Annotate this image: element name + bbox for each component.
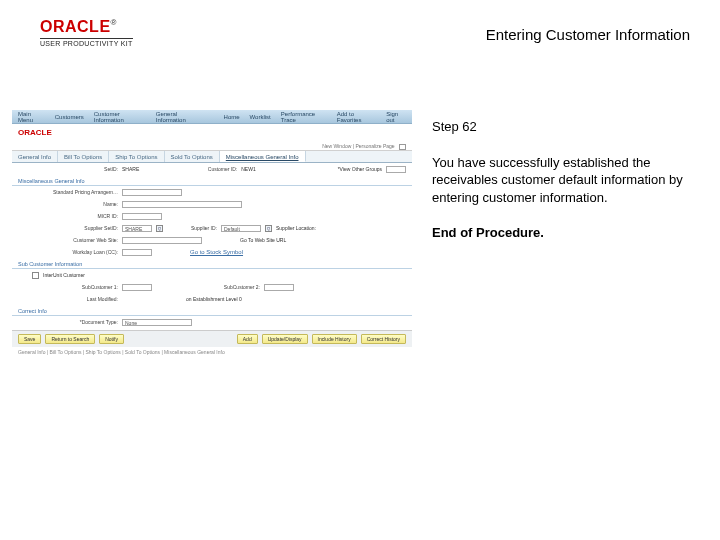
- tab: Ship To Options: [109, 151, 164, 162]
- lbl-name: Name:: [18, 201, 118, 207]
- checkbox-icon: [32, 272, 39, 279]
- tab: Bill To Options: [58, 151, 109, 162]
- toplink: Sign out: [386, 111, 406, 123]
- tab: Sold To Options: [165, 151, 220, 162]
- inp-viewother: [386, 166, 406, 173]
- toplink: Add to Favorites: [337, 111, 376, 123]
- personalize-link: Personalize Page: [355, 143, 394, 149]
- btn-update: Update/Display: [262, 334, 308, 344]
- btn-add: Add: [237, 334, 258, 344]
- lbl-estlevel: on Establishment Level 0: [186, 296, 242, 302]
- new-window-link: New Window: [322, 143, 351, 149]
- inp-pricing: [122, 189, 182, 196]
- help-icon: [399, 144, 406, 150]
- instruction-panel: Step 62 You have successfully establishe…: [432, 110, 700, 370]
- lbl-setid: SetID:: [18, 166, 118, 172]
- lookup-icon: Q: [156, 225, 163, 232]
- lbl-sub2: SubCustomer 2:: [200, 284, 260, 290]
- inp-sub2: [264, 284, 294, 291]
- inp-micr: [122, 213, 162, 220]
- tm-symbol: ®: [111, 18, 117, 27]
- lbl-supid: Supplier ID:: [167, 225, 217, 231]
- inp-name: [122, 201, 242, 208]
- shot-userline: New Window | Personalize Page: [12, 141, 412, 151]
- toplink: Worklist: [250, 114, 271, 120]
- inp-website: [122, 237, 202, 244]
- section-subcust: Sub Customer Information: [12, 260, 412, 269]
- btn-correct: Correct History: [361, 334, 406, 344]
- lbl-gotourl: Go To Web Site URL: [240, 237, 286, 243]
- lbl-pricing: Standard Pricing Arrangem…: [18, 189, 118, 195]
- app-screenshot: Main Menu Customers Customer Information…: [12, 110, 412, 370]
- subbrand: USER PRODUCTIVITY KIT: [40, 38, 133, 47]
- lbl-micr: MICR ID:: [18, 213, 118, 219]
- crumb: Customer Information: [94, 111, 146, 123]
- lbl-lastmod: Last Modified:: [18, 296, 118, 302]
- step-label: Step 62: [432, 118, 700, 136]
- inp-supsetid: SHARE: [122, 225, 152, 232]
- crumb: Customers: [55, 114, 84, 120]
- btn-save: Save: [18, 334, 41, 344]
- crumb: Main Menu: [18, 111, 45, 123]
- section-correct: Correct Info: [12, 307, 412, 316]
- crumb: General Information: [156, 111, 204, 123]
- shot-tabs: General Info Bill To Options Ship To Opt…: [12, 151, 412, 163]
- shot-footer-links: General Info | Bill To Options | Ship To…: [12, 347, 412, 357]
- step-body: You have successfully established the re…: [432, 154, 700, 207]
- sel-doctype: None: [122, 319, 192, 326]
- btn-include: Include History: [312, 334, 357, 344]
- page-title: Entering Customer Information: [486, 26, 690, 43]
- lbl-website: Customer Web Site:: [18, 237, 118, 243]
- section-misc: Miscellaneous General Info: [12, 177, 412, 186]
- shot-button-bar: Save Return to Search Notify Add Update/…: [12, 330, 412, 347]
- link-stocksymbol: Go to Stock Symbol: [190, 249, 243, 255]
- lbl-workday: Workday Loan (CC):: [18, 249, 118, 255]
- lookup-icon: Q: [265, 225, 272, 232]
- tab: General Info: [12, 151, 58, 162]
- oracle-logo: ORACLE: [40, 18, 111, 35]
- shot-breadcrumb-bar: Main Menu Customers Customer Information…: [12, 110, 412, 124]
- lbl-supsetid: Supplier SetID:: [18, 225, 118, 231]
- shot-oracle-logo: ORACLE: [12, 124, 412, 141]
- lbl-suploc: Supplier Location:: [276, 225, 316, 231]
- inp-workday: [122, 249, 152, 256]
- lbl-sub1: SubCustomer 1:: [18, 284, 118, 290]
- val-setid: SHARE: [122, 166, 139, 172]
- lbl-interunit: InterUnit Customer: [43, 272, 85, 278]
- inp-sub1: [122, 284, 152, 291]
- brand-block: ORACLE® USER PRODUCTIVITY KIT: [40, 18, 133, 47]
- end-of-procedure: End of Procedure.: [432, 224, 700, 242]
- lbl-viewother: *View Other Groups: [338, 166, 382, 172]
- lbl-custid: Customer ID:: [177, 166, 237, 172]
- btn-notify: Notify: [99, 334, 124, 344]
- lbl-doctype: *Document Type:: [18, 319, 118, 325]
- toplink: Home: [224, 114, 240, 120]
- val-custid: NEW1: [241, 166, 255, 172]
- inp-supid: Default: [221, 225, 261, 232]
- btn-return: Return to Search: [45, 334, 95, 344]
- toplink: Performance Trace: [281, 111, 327, 123]
- tab-active: Miscellaneous General Info: [220, 151, 306, 162]
